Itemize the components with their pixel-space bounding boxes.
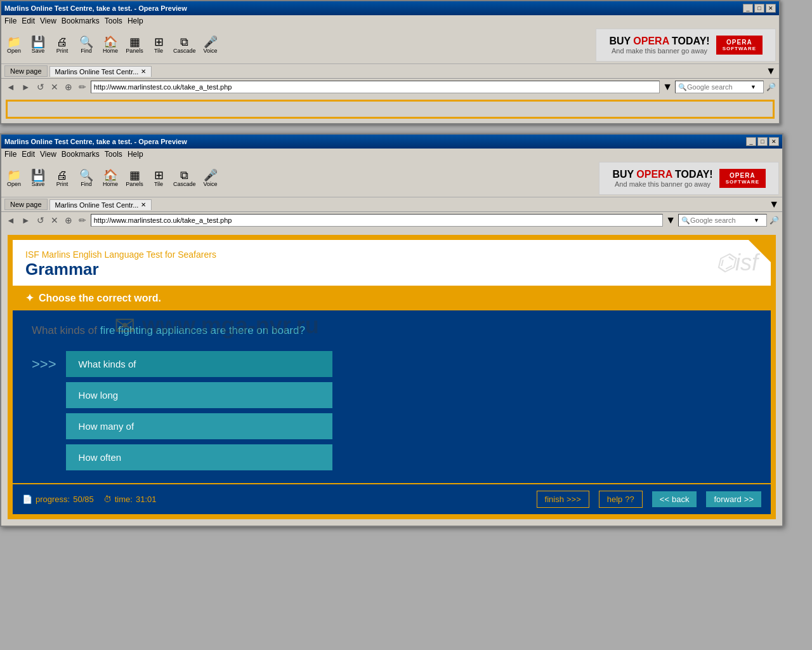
forward-button[interactable]: forward >> <box>706 491 761 507</box>
search-icon-1: 🔍 <box>678 83 687 91</box>
open-button-1[interactable]: 📁Open <box>4 36 23 54</box>
back-nav-2[interactable]: ◄ <box>4 215 17 226</box>
opera-banner-2: BUY OPERA TODAY! And make this banner go… <box>599 162 779 195</box>
find-button-1[interactable]: 🔍Find <box>77 36 96 54</box>
answer-option-3[interactable]: How many of <box>66 413 332 439</box>
panels-button-1[interactable]: ▦Panels <box>125 36 144 54</box>
addressbar-2: ◄ ► ↺ ✕ ⊕ ✏ ▼ 🔍 ▼ 🔎 <box>1 212 782 229</box>
answer-option-4[interactable]: How often <box>66 444 332 470</box>
print-button-1[interactable]: 🖨Print <box>53 36 72 54</box>
clock-icon: ⏱ <box>103 494 112 504</box>
tabbar-2: New page Marlins Online Test Centr... ✕ … <box>1 197 782 212</box>
new-page-tab-1[interactable]: New page <box>4 65 48 77</box>
home-button-1[interactable]: 🏠Home <box>101 36 120 54</box>
zoom-btn-1[interactable]: 🔎 <box>766 83 776 91</box>
reload-nav-1[interactable]: ↺ <box>35 81 46 93</box>
time-display: ⏱ time: 31:01 <box>103 494 157 504</box>
help-button[interactable]: help ?? <box>599 491 643 508</box>
save-button-1[interactable]: 💾Save <box>29 36 48 54</box>
menu-bookmarks-1[interactable]: Bookmarks <box>62 17 100 25</box>
voice-button-2[interactable]: 🎤Voice <box>201 169 220 187</box>
progress-value: 50/85 <box>73 494 94 504</box>
toolbar-2: 📁Open 💾Save 🖨Print 🔍Find 🏠Home ▦Panels ⊞… <box>1 160 782 197</box>
menu-tools-1[interactable]: Tools <box>105 17 122 25</box>
search-input-1[interactable] <box>687 83 750 91</box>
cascade-button-1[interactable]: ⧉Cascade <box>173 36 196 54</box>
zoom-btn-2[interactable]: 🔎 <box>769 216 779 225</box>
progress-label: progress: <box>36 494 70 504</box>
toolbar-1: 📁Open 💾Save 🖨Print 🔍Find 🏠Home ▦Panels ⊞… <box>1 27 779 64</box>
home-button-2[interactable]: 🏠Home <box>101 169 120 187</box>
forward-label: forward <box>714 494 741 504</box>
menu-view-2[interactable]: View <box>40 150 56 159</box>
window1: Marlins Online Test Centre, take a test.… <box>0 0 780 124</box>
menu-edit-1[interactable]: Edit <box>22 17 35 25</box>
rss-nav-2[interactable]: ⊕ <box>63 215 74 226</box>
minimize-button-1[interactable]: _ <box>743 4 753 13</box>
menu-tools-2[interactable]: Tools <box>105 150 122 159</box>
help-label: help <box>607 494 623 504</box>
page-content-2: ISF Marlins English Language Test for Se… <box>1 229 782 526</box>
wand-nav-2[interactable]: ✏ <box>77 215 88 226</box>
find-button-2[interactable]: 🔍Find <box>77 169 96 187</box>
reload-nav-2[interactable]: ↺ <box>35 215 46 226</box>
voice-button-1[interactable]: 🎤Voice <box>201 36 220 54</box>
panels-button-2[interactable]: ▦Panels <box>125 169 144 187</box>
quiz-footer: 📄 progress: 50/85 ⏱ time: 31:01 finish >… <box>13 483 771 514</box>
titlebar-1: Marlins Online Test Centre, take a test.… <box>1 1 779 15</box>
address-input-1[interactable] <box>91 81 660 93</box>
search-input-2[interactable] <box>690 216 754 224</box>
answer-option-2[interactable]: How long <box>66 382 332 408</box>
time-value: 31:01 <box>136 494 157 504</box>
new-page-tab-2[interactable]: New page <box>4 199 48 210</box>
close-button-2[interactable]: ✕ <box>769 137 779 146</box>
maximize-button-2[interactable]: □ <box>757 137 768 146</box>
tab-close-icon-2[interactable]: ✕ <box>141 201 146 208</box>
back-button[interactable]: << back <box>652 491 697 507</box>
stop-nav-1[interactable]: ✕ <box>49 81 60 93</box>
quiz-logo: ⌬isf <box>716 249 758 276</box>
menu-edit-2[interactable]: Edit <box>22 150 35 159</box>
save-button-2[interactable]: 💾Save <box>29 169 48 187</box>
titlebar-2: Marlins Online Test Centre, take a test.… <box>1 135 782 149</box>
forward-nav-1[interactable]: ► <box>20 81 32 93</box>
menu-bookmarks-2[interactable]: Bookmarks <box>62 150 100 159</box>
forward-arrows-icon: >> <box>744 494 754 504</box>
tab-label-2: Marlins Online Test Centr... <box>55 201 139 209</box>
open-button-2[interactable]: 📁Open <box>4 169 23 187</box>
menu-help-1[interactable]: Help <box>128 17 143 25</box>
window-controls-2: _ □ ✕ <box>746 137 779 146</box>
rss-nav-1[interactable]: ⊕ <box>63 81 74 93</box>
tab-menu-button-1[interactable]: ▼ <box>766 65 776 77</box>
document-icon: 📄 <box>22 494 32 504</box>
print-button-2[interactable]: 🖨Print <box>53 169 72 187</box>
wand-nav-1[interactable]: ✏ <box>77 81 88 93</box>
tile-button-2[interactable]: ⊞Tile <box>149 169 168 187</box>
quiz-container: ISF Marlins English Language Test for Se… <box>8 235 776 519</box>
minimize-button-2[interactable]: _ <box>746 137 756 146</box>
stop-nav-2[interactable]: ✕ <box>49 215 60 226</box>
back-nav-1[interactable]: ◄ <box>4 81 17 93</box>
finish-label: finish <box>545 494 564 504</box>
menu-file-2[interactable]: File <box>4 150 16 159</box>
finish-button[interactable]: finish >>> <box>537 491 589 508</box>
forward-nav-2[interactable]: ► <box>20 215 32 226</box>
quiz-subtitle: ISF Marlins English Language Test for Se… <box>25 249 758 260</box>
back-arrows-icon: << <box>660 494 669 504</box>
menu-view-1[interactable]: View <box>40 17 56 25</box>
menubar-2: File Edit View Bookmarks Tools Help <box>1 149 782 160</box>
menu-file-1[interactable]: File <box>4 17 16 25</box>
answer-option-1[interactable]: What kinds of <box>66 351 332 377</box>
maximize-button-1[interactable]: □ <box>754 4 764 13</box>
active-tab-2[interactable]: Marlins Online Test Centr... ✕ <box>49 199 152 210</box>
tile-button-1[interactable]: ⊞Tile <box>149 36 168 54</box>
active-tab-1[interactable]: Marlins Online Test Centr... ✕ <box>49 66 152 77</box>
back-label: back <box>672 494 689 504</box>
content-placeholder-1 <box>6 100 775 119</box>
cascade-button-2[interactable]: ⧉Cascade <box>173 169 196 187</box>
tab-close-icon-1[interactable]: ✕ <box>141 68 146 75</box>
tab-menu-button-2[interactable]: ▼ <box>769 199 779 210</box>
close-button-1[interactable]: ✕ <box>766 4 776 13</box>
address-input-2[interactable] <box>91 214 663 227</box>
menu-help-2[interactable]: Help <box>128 150 143 159</box>
